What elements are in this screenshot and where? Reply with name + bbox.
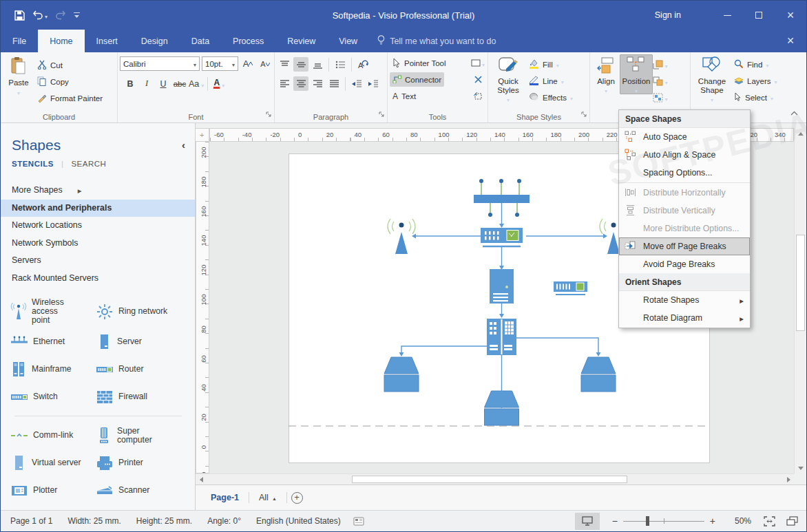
text-direction-button[interactable]: A	[355, 57, 370, 72]
align-top-button[interactable]	[277, 57, 292, 72]
align-right-button[interactable]	[310, 76, 325, 91]
select-button[interactable]: Select	[731, 90, 780, 105]
scroll-up-button[interactable]	[795, 128, 806, 139]
grow-font-button[interactable]: A	[240, 56, 255, 71]
master-ring-network[interactable]: Ring network	[96, 298, 196, 325]
font-family-select[interactable]: Calibri	[120, 56, 200, 71]
text-tool-button[interactable]: A Text	[390, 89, 419, 103]
zoom-slider-thumb[interactable]	[646, 516, 649, 526]
collapse-panel-icon[interactable]	[182, 139, 185, 151]
menu-item-distribute-horizontally[interactable]: Distribute Horizontally	[619, 184, 750, 202]
underline-button[interactable]: U	[156, 76, 171, 91]
align-center-button[interactable]	[293, 76, 308, 91]
strikethrough-button[interactable]: abc	[172, 76, 187, 91]
stencil-network-symbols[interactable]: Network Symbols	[1, 235, 195, 253]
maximize-button[interactable]	[743, 1, 775, 30]
customize-qat-icon[interactable]	[74, 12, 80, 19]
effects-button[interactable]: Effects	[526, 90, 576, 105]
master-firewall[interactable]: Firewall	[96, 386, 196, 407]
menu-item-auto-space[interactable]: Auto Space	[619, 128, 750, 146]
menu-item-avoid-page-breaks[interactable]: Avoid Page Breaks	[619, 255, 750, 273]
decrease-indent-button[interactable]	[349, 76, 364, 91]
change-shape-button[interactable]: Change Shape	[693, 54, 731, 103]
connection-point-tool-button[interactable]	[470, 72, 485, 87]
close-document-button[interactable]	[775, 30, 806, 52]
shrink-font-button[interactable]: A	[258, 56, 273, 71]
cut-button[interactable]: Cut	[34, 58, 105, 72]
fill-button[interactable]: Fill	[526, 57, 576, 72]
italic-button[interactable]: I	[139, 76, 154, 91]
stencil-network-locations[interactable]: Network Locations	[1, 217, 195, 235]
format-painter-button[interactable]: Format Painter	[34, 91, 105, 105]
zoom-level[interactable]: 50%	[724, 516, 751, 526]
all-pages-button[interactable]: All	[249, 493, 286, 502]
master-printer[interactable]: Printer	[96, 452, 196, 474]
font-size-select[interactable]: 10pt.	[202, 56, 238, 71]
bold-button[interactable]: B	[123, 76, 138, 91]
insert-page-button[interactable]	[291, 492, 303, 504]
status-width[interactable]: Width: 25 mm.	[67, 516, 120, 526]
font-dialog-launcher-icon[interactable]	[266, 108, 272, 120]
paste-button[interactable]: Paste	[3, 54, 34, 96]
master-super-computer[interactable]: Super computer	[96, 425, 196, 446]
align-left-button[interactable]	[277, 76, 292, 91]
stencil-network-and-peripherals[interactable]: Network and Peripherals	[1, 200, 195, 217]
tab-review[interactable]: Review	[275, 30, 327, 52]
redo-icon[interactable]	[55, 10, 66, 20]
scroll-right-button[interactable]	[783, 474, 794, 485]
menu-item-spacing-options[interactable]: Spacing Options...	[619, 164, 750, 182]
presentation-mode-button[interactable]	[575, 513, 600, 530]
send-backward-button[interactable]	[653, 74, 668, 88]
paragraph-dialog-launcher-icon[interactable]	[379, 108, 385, 120]
position-button[interactable]: Position	[620, 54, 653, 94]
font-color-button[interactable]: A	[211, 76, 227, 91]
switch-windows-icon[interactable]	[786, 516, 798, 526]
menu-item-auto-align-space[interactable]: Auto Align & Space	[619, 146, 750, 164]
rectangle-tool-button[interactable]	[470, 56, 485, 70]
increase-indent-button[interactable]	[366, 76, 381, 91]
stencil-rack-mounted-servers[interactable]: Rack Mounted Servers	[1, 270, 195, 288]
tell-me-box[interactable]: Tell me what you want to do	[369, 30, 504, 52]
stencil-servers[interactable]: Servers	[1, 252, 195, 270]
zoom-slider[interactable]	[623, 516, 704, 526]
page-tab-page1[interactable]: Page-1	[196, 485, 249, 510]
tab-file[interactable]: File	[1, 30, 38, 52]
bring-forward-button[interactable]	[653, 57, 668, 72]
minimize-button[interactable]	[711, 1, 743, 30]
copy-button[interactable]: Copy	[34, 74, 105, 89]
master-virtual-server[interactable]: Virtual server	[10, 452, 96, 474]
tab-stencils[interactable]: STENCILS	[12, 160, 54, 168]
freeform-tool-button[interactable]	[470, 89, 485, 103]
tab-insert[interactable]: Insert	[85, 30, 129, 52]
undo-dropdown-icon[interactable]	[45, 9, 48, 21]
master-ethernet[interactable]: Ethernet	[10, 331, 96, 352]
menu-item-more-distribute-options[interactable]: More Distribute Options...	[619, 220, 750, 237]
line-button[interactable]: Line	[526, 74, 576, 88]
vertical-scrollbar[interactable]	[794, 128, 806, 474]
more-shapes-item[interactable]: More Shapes	[1, 182, 195, 200]
menu-item-distribute-vertically[interactable]: Distribute Vertically	[619, 202, 750, 220]
undo-button[interactable]	[32, 9, 48, 21]
align-bottom-button[interactable]	[310, 57, 325, 72]
menu-item-move-off-page-breaks[interactable]: Move off Page Breaks	[619, 237, 750, 255]
macro-record-icon[interactable]	[353, 517, 364, 526]
master-wireless-access-point[interactable]: Wireless access point	[10, 298, 96, 325]
horizontal-scrollbar[interactable]	[196, 474, 794, 485]
save-icon[interactable]	[14, 10, 25, 21]
status-language[interactable]: English (United States)	[256, 516, 341, 526]
zoom-out-button[interactable]: −	[607, 515, 623, 526]
tab-process[interactable]: Process	[221, 30, 275, 52]
sign-in-link[interactable]: Sign in	[655, 10, 681, 20]
change-case-button[interactable]: Aa	[189, 76, 204, 91]
layers-button[interactable]: Layers	[731, 74, 780, 88]
tab-data[interactable]: Data	[180, 30, 221, 52]
close-button[interactable]	[775, 1, 806, 30]
master-comm-link[interactable]: Comm-link	[10, 425, 96, 446]
align-button[interactable]: Align	[592, 54, 620, 94]
master-server[interactable]: Server	[96, 331, 196, 352]
justify-button[interactable]	[326, 76, 342, 91]
zoom-in-button[interactable]: +	[704, 515, 721, 526]
horizontal-scroll-thumb[interactable]	[352, 476, 627, 483]
tab-design[interactable]: Design	[129, 30, 180, 52]
master-router[interactable]: Router	[96, 359, 196, 380]
